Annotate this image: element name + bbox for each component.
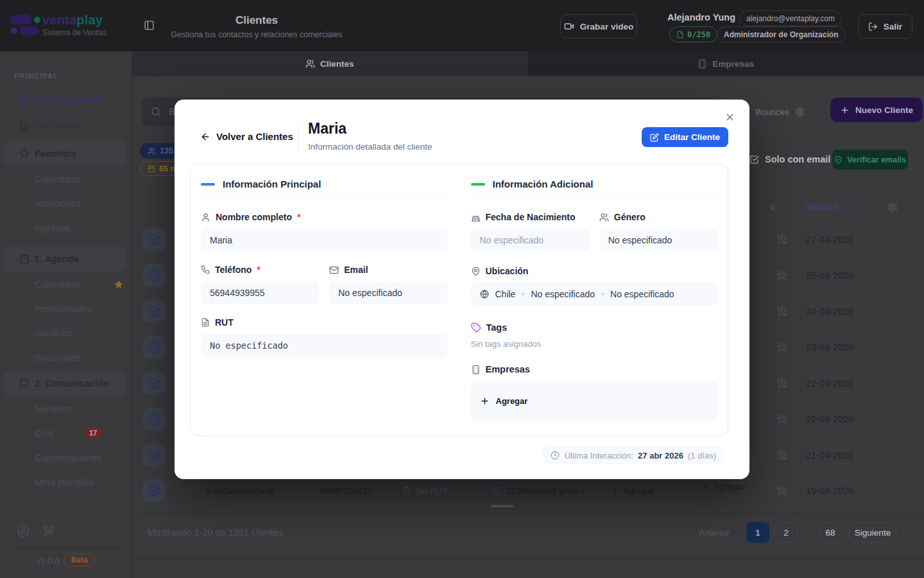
brand-logo — [10, 13, 40, 37]
star-off-icon[interactable] — [776, 485, 787, 496]
empresas-empty-box: Agregar — [471, 381, 718, 421]
sidebar-item-comunicacion[interactable]: 2. Comunicación — [0, 371, 132, 396]
nacimiento-value: No especificado — [471, 229, 589, 252]
external-link-icon — [19, 94, 30, 105]
sidebar-item-profesionales[interactable]: Profesionales — [0, 297, 132, 321]
edit-client-button[interactable]: Editar Cliente — [642, 127, 728, 147]
logout-button[interactable]: Salir — [858, 14, 912, 39]
add-empresa-button[interactable]: Agregar — [480, 396, 528, 406]
chevron-down-icon — [849, 204, 857, 212]
building-icon — [471, 365, 481, 374]
star-off-icon[interactable] — [776, 414, 787, 425]
registered-date: 27-04-2026 — [806, 234, 853, 245]
sidebar-item-servicios[interactable]: Servicios — [0, 321, 132, 346]
sidebar-item-favoritos[interactable]: Favoritos — [0, 141, 132, 166]
sidebar-section-label: PRINCIPAL — [14, 72, 58, 80]
client-email: 12345nose@gmail.c — [506, 486, 585, 496]
sidebar-item-chat[interactable]: Chat 17 — [0, 421, 132, 446]
add-company-button[interactable]: Agregar — [701, 482, 745, 491]
table-settings-gear-icon[interactable] — [887, 202, 898, 213]
star-off-icon[interactable] — [776, 378, 787, 389]
package-icon — [142, 408, 166, 431]
back-to-clients-link[interactable]: Volver a Clientes — [200, 131, 293, 142]
beta-badge: Beta — [64, 554, 96, 566]
user-icon — [201, 213, 210, 222]
client-subtitle: Información detallada del cliente — [308, 142, 432, 152]
registered-date: 19-04-2026 — [806, 486, 853, 496]
pagination-prev[interactable]: Anterior — [696, 522, 732, 543]
nombre-value: Maria — [201, 229, 448, 252]
page-title: Clientes — [170, 14, 343, 27]
sidebar-item-ingresos[interactable]: Ingresos — [0, 216, 132, 240]
close-icon[interactable] — [722, 109, 738, 125]
message-square-icon — [19, 378, 30, 389]
sidebar-item-conversaciones[interactable]: Conversaciones — [0, 446, 132, 470]
package-icon — [142, 228, 166, 251]
field-nombre: Nombre completo * Maria — [201, 212, 448, 252]
sidebar-item-numeros[interactable]: Números — [0, 397, 132, 421]
app-version: v1.0.0 — [37, 556, 59, 566]
client-phone: 56987269318 — [320, 486, 373, 496]
section-adicional: Información Adicional — [471, 179, 718, 198]
star-off-icon[interactable] — [776, 306, 787, 317]
star-icon — [19, 148, 30, 159]
sidebar-item-atenciones[interactable]: Atenciones — [0, 191, 132, 216]
sidebar-item-dashboard[interactable]: Dashboard — [0, 113, 132, 137]
checkbox-icon[interactable] — [749, 155, 759, 164]
new-client-button[interactable]: Nuevo Cliente — [830, 98, 923, 122]
shield-check-icon — [493, 486, 502, 495]
map-pin-icon — [471, 267, 481, 276]
last-interaction-pill: Última Interacción: 27 abr 2026 (1 días) — [543, 446, 724, 464]
panel-left-icon[interactable] — [144, 20, 155, 31]
star-off-icon[interactable] — [776, 342, 787, 353]
users-icon — [148, 147, 156, 155]
compass-icon[interactable] — [17, 525, 30, 538]
horizontal-scrollbar[interactable] — [491, 505, 514, 507]
record-video-button[interactable]: Grabar video — [560, 14, 637, 39]
pagination-next[interactable]: Siguiente — [849, 522, 896, 543]
dot-separator — [601, 293, 604, 295]
pagination-page-68[interactable]: 68 — [819, 522, 842, 543]
registered-date: 25-04-2026 — [806, 270, 853, 281]
add-tag-button[interactable]: Agregar — [611, 486, 654, 496]
sidebar-item-calendario-fav[interactable]: Calendario — [0, 167, 132, 191]
header-divider — [298, 126, 298, 150]
star-off-icon[interactable] — [776, 270, 787, 281]
section-principal: Información Principal — [201, 179, 448, 198]
star-off-icon[interactable] — [776, 234, 787, 245]
page-subtitle: Gestiona tus contactos y relaciones come… — [170, 30, 343, 39]
globe-icon — [480, 290, 489, 299]
sidebar: PRINCIPAL Ir a mi Landing Dashboard Favo… — [0, 51, 132, 578]
pagination-page-1[interactable]: 1 — [746, 522, 769, 543]
building-icon — [697, 59, 707, 69]
registered-date: 22-04-2026 — [806, 414, 853, 425]
tab-empresas[interactable]: Empresas — [528, 51, 924, 76]
field-empresas: Empresas Agregar — [471, 364, 718, 421]
sidebar-item-sucursales[interactable]: Sucursales — [0, 346, 132, 370]
swords-icon[interactable] — [42, 525, 55, 538]
package-icon — [142, 300, 166, 323]
users-icon — [305, 59, 315, 69]
sidebar-item-meta-plantillas[interactable]: Meta plantillas — [0, 470, 132, 495]
verify-emails-button[interactable]: Verificar emails — [832, 150, 908, 170]
pagination-page-2[interactable]: 2 — [774, 522, 798, 543]
mail-icon — [329, 265, 339, 275]
brand-name: ventaplay — [42, 13, 103, 28]
tab-clientes[interactable]: Clientes — [132, 51, 528, 76]
ubicacion-value: Chile No especificado No especificado — [471, 283, 718, 306]
only-email-filter[interactable]: Solo con email — [749, 154, 830, 164]
table-footer: Mostrando 1-20 de 1351 clientes Anterior… — [132, 514, 924, 559]
favorite-star-icon[interactable] — [114, 280, 123, 289]
sidebar-item-calendario-agenda[interactable]: Calendario — [0, 272, 132, 297]
video-camera-icon — [564, 21, 574, 31]
column-header-registered[interactable]: REGIST... — [807, 203, 857, 212]
email-value: No especificado — [329, 281, 447, 304]
telefono-value: 56944939955 — [201, 281, 319, 304]
sidebar-item-agenda[interactable]: 1. Agenda — [0, 247, 132, 271]
gear-icon[interactable] — [795, 107, 805, 117]
field-telefono: Teléfono * 56944939955 — [201, 265, 319, 304]
quota-badge: 0/250 — [669, 26, 717, 42]
star-off-icon[interactable] — [776, 450, 787, 460]
users-icon — [599, 213, 609, 222]
sidebar-item-landing[interactable]: Ir a mi Landing — [0, 87, 132, 112]
